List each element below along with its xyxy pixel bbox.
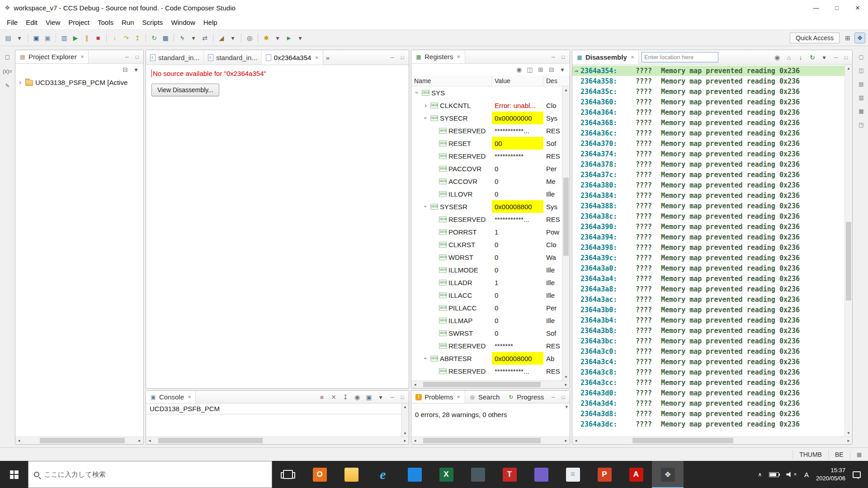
clear-console-icon[interactable]: ✕: [328, 392, 339, 403]
scrollbar-thumb[interactable]: [423, 382, 541, 387]
tree-twistie-icon[interactable]: ›: [423, 102, 429, 108]
disassembly-line[interactable]: 2364a3a8:????Memory map prevented readin…: [572, 284, 844, 294]
minimize-panel-icon[interactable]: ─: [123, 52, 132, 61]
start-button[interactable]: [0, 461, 28, 488]
new-icon[interactable]: ▤: [3, 33, 14, 43]
register-row[interactable]: 1010ILLOVR0Ille: [411, 188, 562, 200]
purple-app-icon[interactable]: [525, 461, 557, 488]
register-row[interactable]: ›1010CLKCNTLError: unabl...Clo: [411, 99, 562, 112]
horizontal-scrollbar[interactable]: ◄ ►: [146, 436, 409, 444]
maximize-panel-icon[interactable]: □: [559, 393, 568, 402]
scrollbar-thumb[interactable]: [563, 178, 569, 256]
resume-icon[interactable]: ▶: [70, 33, 81, 43]
disassembly-line[interactable]: 2364a3bc:????Memory map prevented readin…: [572, 336, 844, 346]
pin-view-icon[interactable]: ◉: [772, 52, 783, 63]
pin-view-icon[interactable]: ◉: [514, 64, 524, 75]
disassembly-line[interactable]: 2364a3cc:????Memory map prevented readin…: [572, 377, 844, 388]
maximize-panel-icon[interactable]: □: [841, 53, 850, 62]
powerpoint-icon[interactable]: P: [589, 461, 620, 488]
external-tools-icon[interactable]: ►: [283, 33, 294, 43]
internet-explorer-icon[interactable]: e: [367, 461, 399, 488]
build-icon[interactable]: ◢: [216, 33, 227, 43]
menu-project[interactable]: Project: [64, 16, 94, 28]
disassembly-line[interactable]: 2364a394:????Memory map prevented readin…: [572, 232, 844, 242]
disassembly-line[interactable]: 2364a35c:????Memory map prevented readin…: [572, 86, 844, 97]
disassembly-line[interactable]: 2364a36c:????Memory map prevented readin…: [572, 128, 844, 138]
registers-vertical-scrollbar[interactable]: ▲ ▼: [562, 86, 570, 380]
register-row[interactable]: 1010ILLMAP0Ille: [411, 314, 562, 327]
disassembly-line[interactable]: 2364a3d8:????Memory map prevented readin…: [572, 408, 844, 419]
save-all-icon[interactable]: ▣: [42, 33, 53, 43]
tab-project-explorer[interactable]: ▤ Project Explorer ✕: [15, 50, 89, 63]
console-view-icon[interactable]: ▥: [59, 33, 70, 43]
flash-dropdown-icon[interactable]: ▾: [188, 33, 199, 43]
tray-expand-icon[interactable]: ∧: [758, 471, 762, 478]
minimize-panel-icon[interactable]: ─: [388, 53, 397, 62]
excel-icon[interactable]: X: [430, 461, 462, 488]
register-row[interactable]: 1010RESET00Sof: [411, 137, 562, 150]
minimized-view-icon-2[interactable]: ◫: [856, 65, 867, 76]
step-into-icon[interactable]: ↓: [109, 33, 120, 43]
disassembly-line[interactable]: 2364a39c:????Memory map prevented readin…: [572, 253, 844, 263]
tree-twistie-icon[interactable]: ›: [17, 79, 23, 85]
save-icon[interactable]: ▣: [31, 33, 42, 43]
step-over-icon[interactable]: ↷: [121, 33, 132, 43]
clock[interactable]: 15:37 2020/05/06: [816, 466, 845, 482]
disassembly-vertical-scrollbar[interactable]: ▲ ▼: [844, 65, 852, 436]
editor-tab-overflow-icon[interactable]: »: [326, 54, 330, 61]
battery-icon[interactable]: [769, 472, 779, 477]
scroll-left-icon[interactable]: ◄: [411, 383, 419, 387]
scroll-left-icon[interactable]: ◄: [15, 439, 23, 443]
disassembly-line[interactable]: 2364a37c:????Memory map prevented readin…: [572, 169, 844, 180]
scroll-down-icon[interactable]: ▼: [845, 429, 852, 436]
register-row[interactable]: 1010PACCOVR0Per: [411, 162, 562, 175]
minimize-panel-icon[interactable]: ─: [831, 53, 840, 62]
menu-help[interactable]: Help: [199, 16, 222, 28]
scroll-right-icon[interactable]: ►: [845, 439, 852, 443]
project-tree-item[interactable]: › UCD3138_PSFB_PCM [Active: [15, 76, 143, 88]
terminal-app-icon[interactable]: T: [494, 461, 525, 488]
outlook-icon[interactable]: O: [304, 461, 335, 488]
console-vertical-scrollbar[interactable]: ▲ ▼: [401, 404, 409, 436]
taskbar-search[interactable]: ここに入力して検索: [28, 461, 272, 488]
new-dropdown-icon[interactable]: ▾: [14, 33, 25, 43]
notification-center-icon[interactable]: [853, 471, 861, 478]
expressions-view-icon[interactable]: ✎: [2, 80, 13, 91]
restore-views-icon[interactable]: ▢: [2, 52, 13, 62]
search-icon[interactable]: ◎: [244, 33, 255, 43]
horizontal-scrollbar[interactable]: ◄ ►: [572, 436, 852, 444]
disassembly-line[interactable]: 2364a3d0:????Memory map prevented readin…: [572, 388, 844, 398]
tree-twistie-icon[interactable]: ›: [414, 90, 420, 96]
location-input[interactable]: [642, 52, 718, 62]
minimized-view-icon-6[interactable]: ◳: [856, 119, 867, 130]
tree-twistie-icon[interactable]: ›: [423, 204, 429, 210]
connect-target-icon[interactable]: ⇄: [199, 33, 210, 43]
view-menu-icon[interactable]: ▾: [819, 52, 830, 63]
maximize-panel-icon[interactable]: □: [398, 53, 407, 62]
tree-twistie-icon[interactable]: ›: [423, 356, 429, 361]
scroll-left-icon[interactable]: ◄: [146, 439, 153, 443]
terminate-console-icon[interactable]: ■: [316, 392, 327, 403]
scroll-lock-icon[interactable]: ↧: [340, 392, 351, 403]
scroll-left-icon[interactable]: ◄: [572, 439, 580, 443]
disassembly-line[interactable]: 2364a390:????Memory map prevented readin…: [572, 221, 844, 232]
refresh-icon[interactable]: ↻: [807, 52, 818, 63]
suspend-icon[interactable]: ∥: [81, 33, 92, 43]
variables-view-icon[interactable]: (x)=: [2, 66, 13, 77]
filter-menu-icon[interactable]: ▾: [565, 404, 568, 410]
horizontal-scrollbar[interactable]: ◄ ►: [411, 436, 570, 444]
notepad-icon[interactable]: ≡: [557, 461, 589, 488]
home-icon[interactable]: ⌂: [783, 52, 794, 63]
pin-console-icon[interactable]: ◉: [352, 392, 363, 403]
register-row[interactable]: 1010ILLADR1Ille: [411, 276, 562, 289]
layout-icon[interactable]: ◫: [524, 64, 535, 75]
scrollbar-thumb[interactable]: [846, 222, 851, 300]
ccs-icon[interactable]: ❖: [652, 461, 684, 488]
scroll-up-icon[interactable]: ▲: [845, 65, 852, 72]
minimized-view-icon-4[interactable]: ▥: [856, 92, 867, 103]
minimized-view-icon-3[interactable]: ▤: [856, 79, 867, 89]
column-header-description[interactable]: Des: [543, 75, 570, 86]
register-row[interactable]: 1010PORRST1Pow: [411, 225, 562, 238]
column-header-value[interactable]: Value: [492, 75, 543, 86]
quick-access-button[interactable]: Quick Access: [790, 33, 840, 43]
